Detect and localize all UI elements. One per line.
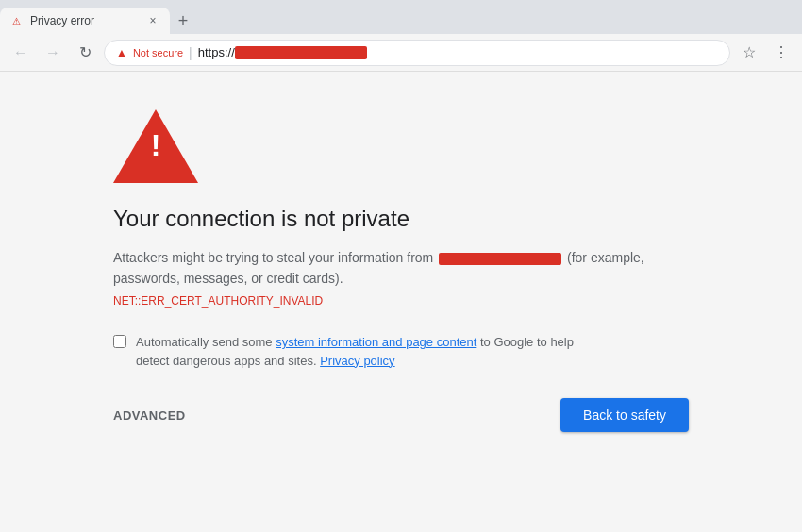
omnibox-divider: | [189,45,192,60]
tab-favicon-icon: ⚠ [9,14,23,27]
new-tab-button[interactable]: + [170,8,196,34]
error-page: Your connection is not private Attackers… [0,72,802,532]
error-desc-pre: Attackers might be trying to steal your … [113,250,433,265]
send-info-checkbox[interactable] [113,335,126,348]
back-button[interactable]: ← [8,40,34,66]
url-text: https:// [198,45,718,60]
error-code: NET::ERR_CERT_AUTHORITY_INVALID [113,294,323,308]
checkbox-container: Automatically send some system informati… [113,333,604,370]
warning-triangle-icon [113,109,198,183]
system-info-link[interactable]: system information and page content [276,335,476,349]
toolbar: ← → ↻ ▲ Not secure | https:// ☆ ⋮ [0,34,802,72]
advanced-button[interactable]: ADVANCED [113,408,186,423]
privacy-policy-link[interactable]: Privacy policy [320,354,394,368]
reload-button[interactable]: ↻ [72,40,98,66]
chrome-menu-button[interactable]: ⋮ [768,40,794,66]
tab-close-button[interactable]: × [145,13,160,28]
bottom-bar: ADVANCED Back to safety [113,398,689,432]
url-prefix: https:// [198,45,235,59]
warning-icon-container [113,109,198,187]
back-to-safety-button[interactable]: Back to safety [560,398,689,432]
forward-button[interactable]: → [40,40,66,66]
address-bar[interactable]: ▲ Not secure | https:// [104,40,730,66]
active-tab[interactable]: ⚠ Privacy error × [0,8,170,34]
browser-chrome: ⚠ Privacy error × + ← → ↻ ▲ Not secure |… [0,0,802,72]
url-redacted [235,46,367,59]
bookmark-star-button[interactable]: ☆ [736,40,762,66]
checkbox-label-pre: Automatically send some [136,335,273,349]
redacted-url-inline [439,253,561,265]
warning-triangle-icon: ▲ [116,46,127,59]
error-title: Your connection is not private [113,206,409,232]
checkbox-label: Automatically send some system informati… [136,333,604,370]
tab-title: Privacy error [30,14,138,27]
tab-bar: ⚠ Privacy error × + [0,0,802,34]
security-badge: Not secure [133,47,183,58]
error-description: Attackers might be trying to steal your … [113,247,679,310]
